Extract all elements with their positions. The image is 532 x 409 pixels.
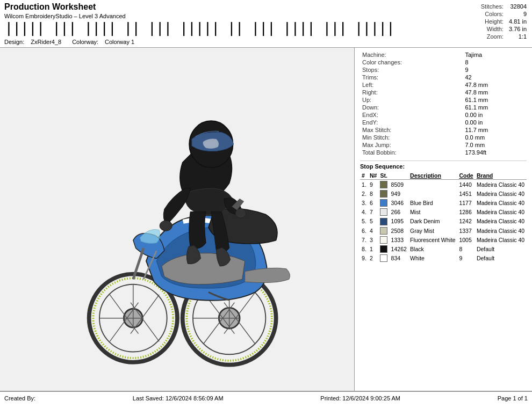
seq-n: 2 [368,254,379,263]
seq-st: 949 [390,189,408,198]
col-n: N# [368,172,379,180]
trims-label: Trims: [360,74,463,81]
seq-n: 8 [368,189,379,198]
seq-num: 6. [360,226,368,235]
left-value: 47.8 mm [463,81,527,89]
seq-brand: Madeira Classic 40 [475,217,527,226]
seq-num: 3. [360,198,368,207]
color-swatch-cell [378,226,389,235]
color-swatch [380,208,387,216]
trims-value: 42 [463,74,527,81]
color-swatch-cell [378,198,389,207]
seq-description: Fluorescent White [408,235,457,244]
design-area [0,48,355,391]
embroidery-design [48,64,306,375]
stitches-value: 32804 [509,3,527,10]
seq-description: Gray Mist [408,226,457,235]
design-label: Design: ZxRider4_8 [4,39,61,45]
seq-st: 1333 [390,235,408,244]
width-label: Width: [481,26,508,32]
seq-brand: Madeira Classic 40 [475,189,527,198]
col-hash: # [360,172,368,180]
header-subtitle: Wilcom EmbroideryStudio – Level 3 Advanc… [4,13,420,19]
endy-value: 0.00 in [463,119,527,126]
colors-value: 9 [509,11,527,17]
zoom-value: 1:1 [509,33,527,40]
table-row: 8. 1 14262 Black 8 Default [360,245,527,254]
colors-label: Colors: [481,11,508,17]
seq-st: 3046 [390,198,408,207]
barcode: ||||| ||| |||| || ||| ||||| || ||| |||| … [4,21,420,36]
endy-label: EndY: [360,119,463,126]
min-stitch-value: 0.0 mm [463,134,527,141]
color-swatch [380,190,387,198]
stop-sequence-table: # N# St. Description Code Brand 1. 9 850… [360,172,527,263]
info-panel: Machine: Tajima Color changes: 8 Stops: … [355,48,532,391]
right-label: Right: [360,89,463,96]
color-swatch [380,245,387,253]
table-row: 2. 8 949 1451 Madeira Classic 40 [360,189,527,198]
seq-num: 7. [360,235,368,244]
stops-label: Stops: [360,66,463,74]
color-swatch-cell [378,208,389,217]
color-swatch-cell [378,189,389,198]
height-value: 4.81 in [509,18,527,25]
color-swatch [380,199,387,207]
col-st: St. [378,172,408,180]
up-value: 61.1 mm [463,96,527,104]
table-row: 1. 9 8509 1440 Madeira Classic 40 [360,180,527,189]
seq-brand: Madeira Classic 40 [475,180,527,189]
seq-n: 3 [368,235,379,244]
total-bobbin-label: Total Bobbin: [360,149,463,156]
endx-value: 0.00 in [463,111,527,119]
table-row: 9. 2 834 White 9 Default [360,254,527,263]
seq-n: 4 [368,226,379,235]
seq-n: 6 [368,198,379,207]
color-changes-label: Color changes: [360,59,463,66]
table-row: 3. 6 3046 Blue Bird 1177 Madeira Classic… [360,198,527,207]
color-changes-value: 8 [463,59,527,66]
main-content: Machine: Tajima Color changes: 8 Stops: … [0,48,532,391]
seq-st: 1095 [390,217,408,226]
min-stitch-label: Min Stitch: [360,134,463,141]
color-swatch-cell [378,235,389,244]
color-swatch [380,218,387,225]
seq-n: 9 [368,180,379,189]
header-stats: Stitches: 32804 Colors: 9 Height: 4.81 i… [420,2,528,45]
colorway-label: Colorway: Colorway 1 [72,39,134,45]
seq-code: 1440 [457,180,475,189]
design-canvas [0,48,354,391]
stop-sequence-title: Stop Sequence: [360,160,527,170]
left-label: Left: [360,81,463,89]
col-description: Description [408,172,457,180]
seq-n: 5 [368,217,379,226]
page-number: Page 1 of 1 [498,395,528,401]
max-stitch-value: 11.7 mm [463,126,527,134]
seq-code: 1337 [457,226,475,235]
color-swatch [380,181,387,188]
seq-n: 7 [368,208,379,217]
down-value: 61.1 mm [463,104,527,111]
footer: Created By: Last Saved: 12/6/2024 8:56:0… [0,391,532,404]
height-label: Height: [481,18,508,25]
created-by: Created By: [4,395,35,401]
col-brand: Brand [475,172,527,180]
table-row: 7. 3 1333 Fluorescent White 1005 Madeira… [360,235,527,244]
max-jump-label: Max Jump: [360,141,463,149]
seq-num: 4. [360,208,368,217]
machine-value: Tajima [463,51,527,59]
seq-description: Mist [408,208,457,217]
width-value: 3.76 in [509,26,527,32]
seq-brand: Madeira Classic 40 [475,235,527,244]
printed: Printed: 12/6/2024 9:00:25 AM [320,395,400,401]
seq-code: 1286 [457,208,475,217]
color-swatch [380,254,387,262]
right-value: 47.8 mm [463,89,527,96]
seq-description [408,180,457,189]
seq-num: 5. [360,217,368,226]
seq-description [408,189,457,198]
seq-num: 9. [360,254,368,263]
seq-st: 266 [390,208,408,217]
max-jump-value: 7.0 mm [463,141,527,149]
seq-num: 1. [360,180,368,189]
